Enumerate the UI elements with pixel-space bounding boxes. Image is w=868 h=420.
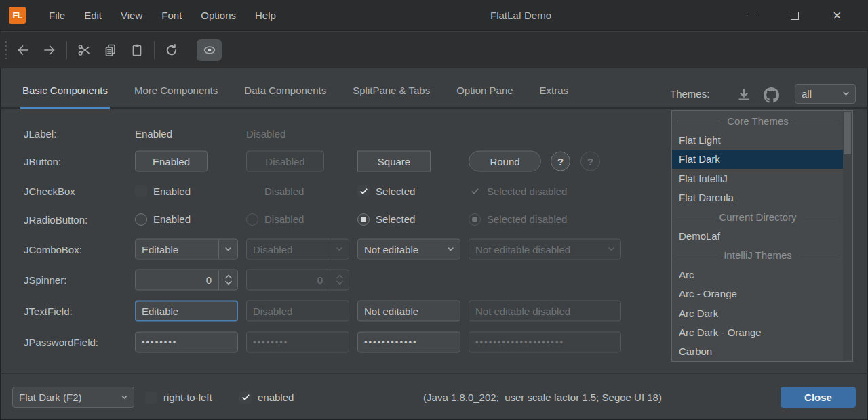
spinner-value: 0: [247, 270, 330, 289]
theme-item-arc-dark[interactable]: Arc Dark: [672, 303, 852, 322]
round-button[interactable]: Round: [469, 150, 541, 171]
combobox-value: Not editable disabled: [469, 239, 602, 259]
toolbar-grip-handle[interactable]: [5, 41, 7, 59]
tab-data-components[interactable]: Data Components: [242, 68, 328, 109]
tab-splitpane-tabs[interactable]: SplitPane & Tabs: [351, 68, 432, 109]
combobox-editable[interactable]: Editable: [135, 238, 238, 259]
checkbox-icon: [135, 185, 147, 197]
theme-filter-combobox[interactable]: all: [795, 84, 856, 104]
maximize-button[interactable]: [773, 0, 816, 31]
checkbox-selected[interactable]: Selected: [357, 185, 415, 197]
status-text: (Java 1.8.0_202; user scale factor 1.5; …: [423, 374, 662, 420]
textfield-not-editable-disabled: Not editable disabled: [469, 301, 621, 322]
paste-clipboard-icon: [130, 43, 144, 57]
help-button[interactable]: ?: [551, 151, 570, 171]
theme-item-arc[interactable]: Arc: [672, 265, 852, 284]
copy-button[interactable]: [101, 41, 120, 60]
theme-item-arc-dark-orange[interactable]: Arc Dark - Orange: [672, 322, 852, 341]
flatlaf-demo-window: FL File Edit View Font Options Help Flat…: [0, 0, 868, 420]
right-to-left-checkbox[interactable]: right-to-left: [145, 374, 212, 420]
jtextfield-row-label: JTextField:: [24, 306, 73, 317]
minimize-button[interactable]: [730, 0, 773, 31]
forward-button[interactable]: [40, 41, 59, 60]
theme-item-arc-orange[interactable]: Arc - Orange: [672, 285, 852, 303]
themes-label: Themes:: [670, 88, 709, 100]
laf-combobox-value: Flat Dark (F2): [13, 387, 115, 407]
row-jbutton: JButton: Enabled Disabled Square Round ?…: [0, 150, 665, 172]
spinner-value[interactable]: 0: [136, 270, 218, 289]
chevron-down-icon[interactable]: [219, 239, 237, 259]
download-theme-button[interactable]: [735, 86, 753, 104]
github-icon: [764, 87, 779, 103]
copy-icon: [104, 43, 117, 57]
forward-arrow-icon: [42, 43, 57, 57]
menu-file[interactable]: File: [39, 0, 75, 31]
themes-scrollbar[interactable]: [843, 112, 852, 360]
tab-option-pane[interactable]: Option Pane: [454, 68, 515, 109]
menu-view[interactable]: View: [111, 0, 152, 31]
paste-button[interactable]: [127, 41, 146, 60]
theme-item-flat-dark[interactable]: Flat Dark: [672, 150, 844, 169]
close-window-button[interactable]: ×: [816, 0, 859, 31]
menu-edit[interactable]: Edit: [75, 0, 111, 31]
tab-extras[interactable]: Extras: [538, 68, 571, 109]
checkbox-checked-icon: [469, 185, 481, 197]
combobox-value: Disabled: [247, 239, 330, 259]
chevron-down-icon[interactable]: [441, 239, 460, 259]
jcheckbox-row-label: JCheckBox: [24, 186, 75, 197]
theme-item-flat-darcula[interactable]: Flat Darcula: [672, 188, 852, 207]
laf-combobox[interactable]: Flat Dark (F2): [12, 387, 134, 408]
checkbox-checked-icon: [239, 392, 252, 404]
checkbox-label: Selected: [376, 186, 415, 197]
download-icon: [736, 87, 751, 102]
tab-more-components[interactable]: More Components: [132, 68, 220, 109]
enabled-button[interactable]: Enabled: [135, 150, 208, 171]
bottom-bar: Flat Dark (F2) right-to-left enabled (Ja…: [0, 373, 868, 420]
theme-group-separator: Current Directory: [672, 207, 844, 226]
github-link-button[interactable]: [762, 86, 780, 104]
theme-group-separator: Core Themes: [672, 111, 844, 130]
textfield-not-editable[interactable]: Not editable: [357, 301, 460, 322]
passwordfield-editable[interactable]: ••••••••: [135, 332, 238, 353]
theme-item-demolaf[interactable]: DemoLaf: [672, 226, 852, 245]
radio-icon: [246, 213, 258, 226]
refresh-button[interactable]: [162, 41, 181, 60]
radio-selected[interactable]: Selected: [357, 213, 415, 226]
square-button[interactable]: Square: [357, 150, 431, 171]
spinner-arrows[interactable]: [219, 270, 237, 289]
themes-list: Core Themes Flat Light Flat Dark Flat In…: [671, 110, 853, 362]
tab-basic-components[interactable]: Basic Components: [20, 68, 110, 109]
close-button[interactable]: Close: [781, 387, 856, 408]
enabled-checkbox[interactable]: enabled: [239, 374, 294, 420]
theme-item-flat-intellij[interactable]: Flat IntelliJ: [672, 169, 852, 188]
window-title: FlatLaf Demo: [490, 9, 551, 21]
cut-button[interactable]: [75, 41, 94, 60]
passwordfield-not-editable[interactable]: ••••••••••••: [357, 332, 460, 353]
menu-font[interactable]: Font: [152, 0, 191, 31]
spinner-enabled[interactable]: 0: [135, 269, 238, 290]
radio-disabled: Disabled: [246, 213, 304, 226]
combobox-disabled: Disabled: [246, 238, 349, 259]
chevron-up-icon: [336, 274, 344, 279]
textfield-editable[interactable]: Editable: [135, 301, 238, 322]
scrollbar-thumb[interactable]: [844, 112, 851, 154]
checkbox-enabled[interactable]: Enabled: [135, 185, 191, 197]
checkbox-selected-disabled: Selected disabled: [469, 185, 567, 197]
menu-options[interactable]: Options: [191, 0, 245, 31]
show-hide-toggle-button[interactable]: [197, 39, 222, 61]
toolbar-separator: [66, 41, 67, 59]
tabbar: Basic Components More Components Data Co…: [20, 68, 570, 109]
toolbar-separator: [154, 41, 155, 59]
close-icon: ×: [833, 8, 842, 23]
back-button[interactable]: [14, 41, 33, 60]
cut-scissors-icon: [77, 43, 91, 57]
radio-enabled[interactable]: Enabled: [135, 213, 191, 226]
menu-help[interactable]: Help: [245, 0, 285, 31]
combobox-not-editable[interactable]: Not editable: [357, 238, 460, 259]
checkbox-checked-icon: [357, 185, 370, 197]
help-button-disabled: ?: [580, 151, 600, 171]
theme-item-flat-light[interactable]: Flat Light: [672, 130, 852, 149]
chevron-down-icon: [837, 85, 855, 103]
theme-group-separator: IntelliJ Themes: [672, 246, 844, 265]
theme-item-carbon[interactable]: Carbon: [672, 342, 852, 361]
